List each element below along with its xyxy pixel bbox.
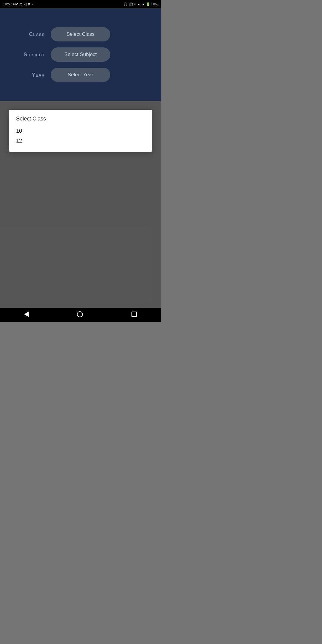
signal2-icon: ▲	[142, 2, 145, 6]
wifi-icon: ▾	[134, 2, 136, 6]
dot-icon: •	[32, 2, 33, 6]
cast-icon: ⚑	[28, 2, 31, 6]
status-right: 🎧 📳 ▾ ▲ ▲ 🔋 38%	[123, 2, 158, 6]
recents-button[interactable]	[126, 309, 143, 321]
select-class-button[interactable]: Select Class	[51, 27, 110, 41]
battery-percent: 38%	[151, 2, 158, 6]
dropdown-card: Select Class 10 12	[9, 110, 152, 152]
signal1-icon: ▲	[137, 2, 140, 6]
bottom-nav	[0, 308, 161, 322]
subject-row: Subject Select Subject	[6, 47, 155, 62]
form-area: Class Select Class Subject Select Subjec…	[0, 8, 161, 101]
status-left: 10:57 PM ⊘ ◁ ⚑ •	[3, 2, 33, 6]
vibrate-icon: 📳	[129, 2, 133, 6]
class-row: Class Select Class	[6, 27, 155, 41]
home-button[interactable]	[71, 309, 89, 321]
battery-icon: 🔋	[146, 2, 150, 6]
back-button[interactable]	[18, 309, 35, 321]
headphone-icon: 🎧	[123, 2, 128, 6]
status-bar: 10:57 PM ⊘ ◁ ⚑ • 🎧 📳 ▾ ▲ ▲ 🔋 38%	[0, 0, 161, 8]
year-label: Year	[6, 72, 45, 78]
class-label: Class	[6, 31, 45, 38]
dropdown-option-12[interactable]: 12	[16, 136, 145, 146]
dropdown-option-10[interactable]: 10	[16, 126, 145, 136]
select-year-button[interactable]: Select Year	[51, 68, 110, 82]
media-icon: ⊘	[20, 2, 22, 6]
volume-icon: ◁	[24, 2, 26, 6]
dropdown-title: Select Class	[16, 116, 145, 122]
time-display: 10:57 PM	[3, 2, 18, 6]
select-subject-button[interactable]: Select Subject	[51, 47, 110, 62]
subject-label: Subject	[6, 52, 45, 58]
year-row: Year Select Year	[6, 68, 155, 82]
overlay: Select Class 10 12	[0, 101, 161, 308]
